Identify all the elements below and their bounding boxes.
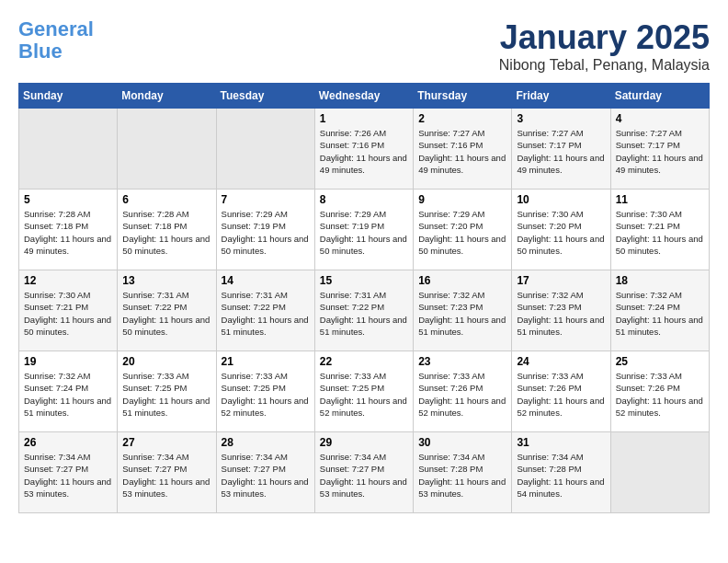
calendar-cell: 18Sunrise: 7:32 AMSunset: 7:24 PMDayligh… (610, 270, 709, 351)
day-number: 4 (616, 112, 704, 125)
day-number: 16 (418, 274, 506, 287)
day-number: 9 (418, 193, 506, 206)
day-number: 10 (517, 193, 605, 206)
calendar-cell: 26Sunrise: 7:34 AMSunset: 7:27 PMDayligh… (19, 432, 118, 513)
calendar-cell: 20Sunrise: 7:33 AMSunset: 7:25 PMDayligh… (118, 351, 216, 432)
day-details: Sunrise: 7:34 AMSunset: 7:28 PMDaylight:… (418, 451, 506, 500)
day-number: 28 (222, 436, 310, 449)
calendar-cell: 19Sunrise: 7:32 AMSunset: 7:24 PMDayligh… (19, 351, 118, 432)
calendar-cell: 22Sunrise: 7:33 AMSunset: 7:25 PMDayligh… (314, 351, 413, 432)
day-details: Sunrise: 7:34 AMSunset: 7:27 PMDaylight:… (320, 451, 408, 500)
day-details: Sunrise: 7:32 AMSunset: 7:23 PMDaylight:… (517, 289, 605, 338)
day-number: 12 (24, 274, 112, 287)
calendar-cell (610, 432, 709, 513)
calendar-table: SundayMondayTuesdayWednesdayThursdayFrid… (18, 83, 710, 513)
day-details: Sunrise: 7:33 AMSunset: 7:25 PMDaylight:… (320, 370, 408, 419)
day-details: Sunrise: 7:28 AMSunset: 7:18 PMDaylight:… (122, 208, 210, 257)
day-number: 25 (616, 355, 704, 368)
day-details: Sunrise: 7:27 AMSunset: 7:16 PMDaylight:… (418, 127, 506, 176)
column-header-saturday: Saturday (610, 84, 709, 109)
calendar-cell: 12Sunrise: 7:30 AMSunset: 7:21 PMDayligh… (19, 270, 118, 351)
day-details: Sunrise: 7:33 AMSunset: 7:26 PMDaylight:… (616, 370, 704, 419)
day-details: Sunrise: 7:30 AMSunset: 7:21 PMDaylight:… (616, 208, 704, 257)
calendar-week-row: 12Sunrise: 7:30 AMSunset: 7:21 PMDayligh… (19, 270, 710, 351)
day-details: Sunrise: 7:34 AMSunset: 7:27 PMDaylight:… (24, 451, 112, 500)
column-header-thursday: Thursday (414, 84, 512, 109)
calendar-cell: 29Sunrise: 7:34 AMSunset: 7:27 PMDayligh… (314, 432, 413, 513)
day-number: 3 (517, 112, 605, 125)
logo-blue: Blue (18, 40, 63, 63)
column-header-friday: Friday (512, 84, 610, 109)
page-header: General Blue January 2025 Nibong Tebal, … (18, 18, 710, 74)
day-details: Sunrise: 7:26 AMSunset: 7:16 PMDaylight:… (320, 127, 408, 176)
calendar-cell: 30Sunrise: 7:34 AMSunset: 7:28 PMDayligh… (414, 432, 512, 513)
day-number: 11 (616, 193, 704, 206)
calendar-week-row: 19Sunrise: 7:32 AMSunset: 7:24 PMDayligh… (19, 351, 710, 432)
column-header-sunday: Sunday (19, 84, 118, 109)
day-details: Sunrise: 7:31 AMSunset: 7:22 PMDaylight:… (320, 289, 408, 338)
day-details: Sunrise: 7:33 AMSunset: 7:26 PMDaylight:… (517, 370, 605, 419)
calendar-cell: 13Sunrise: 7:31 AMSunset: 7:22 PMDayligh… (118, 270, 216, 351)
logo: General Blue (18, 18, 94, 63)
calendar-cell (118, 109, 216, 190)
day-details: Sunrise: 7:27 AMSunset: 7:17 PMDaylight:… (517, 127, 605, 176)
calendar-cell: 24Sunrise: 7:33 AMSunset: 7:26 PMDayligh… (512, 351, 610, 432)
day-details: Sunrise: 7:29 AMSunset: 7:20 PMDaylight:… (418, 208, 506, 257)
calendar-cell: 17Sunrise: 7:32 AMSunset: 7:23 PMDayligh… (512, 270, 610, 351)
day-number: 15 (320, 274, 408, 287)
calendar-title: January 2025 (499, 18, 710, 57)
day-number: 13 (122, 274, 210, 287)
day-details: Sunrise: 7:31 AMSunset: 7:22 PMDaylight:… (222, 289, 310, 338)
day-number: 20 (122, 355, 210, 368)
day-details: Sunrise: 7:32 AMSunset: 7:24 PMDaylight:… (616, 289, 704, 338)
day-details: Sunrise: 7:33 AMSunset: 7:26 PMDaylight:… (418, 370, 506, 419)
calendar-cell: 1Sunrise: 7:26 AMSunset: 7:16 PMDaylight… (314, 109, 413, 190)
calendar-cell: 9Sunrise: 7:29 AMSunset: 7:20 PMDaylight… (414, 190, 512, 270)
day-number: 14 (222, 274, 310, 287)
calendar-cell: 4Sunrise: 7:27 AMSunset: 7:17 PMDaylight… (610, 109, 709, 190)
calendar-cell: 31Sunrise: 7:34 AMSunset: 7:28 PMDayligh… (512, 432, 610, 513)
calendar-body: 1Sunrise: 7:26 AMSunset: 7:16 PMDaylight… (19, 109, 710, 513)
calendar-cell: 21Sunrise: 7:33 AMSunset: 7:25 PMDayligh… (216, 351, 314, 432)
day-number: 23 (418, 355, 506, 368)
calendar-cell: 10Sunrise: 7:30 AMSunset: 7:20 PMDayligh… (512, 190, 610, 270)
calendar-week-row: 1Sunrise: 7:26 AMSunset: 7:16 PMDaylight… (19, 109, 710, 190)
day-number: 7 (222, 193, 310, 206)
title-block: January 2025 Nibong Tebal, Penang, Malay… (499, 18, 710, 74)
calendar-cell (216, 109, 314, 190)
calendar-cell: 23Sunrise: 7:33 AMSunset: 7:26 PMDayligh… (414, 351, 512, 432)
column-header-tuesday: Tuesday (216, 84, 314, 109)
calendar-week-row: 5Sunrise: 7:28 AMSunset: 7:18 PMDaylight… (19, 190, 710, 270)
day-details: Sunrise: 7:34 AMSunset: 7:28 PMDaylight:… (517, 451, 605, 500)
day-details: Sunrise: 7:29 AMSunset: 7:19 PMDaylight:… (320, 208, 408, 257)
day-number: 18 (616, 274, 704, 287)
day-details: Sunrise: 7:30 AMSunset: 7:20 PMDaylight:… (517, 208, 605, 257)
calendar-cell: 25Sunrise: 7:33 AMSunset: 7:26 PMDayligh… (610, 351, 709, 432)
day-details: Sunrise: 7:29 AMSunset: 7:19 PMDaylight:… (222, 208, 310, 257)
day-number: 27 (122, 436, 210, 449)
day-details: Sunrise: 7:32 AMSunset: 7:24 PMDaylight:… (24, 370, 112, 419)
calendar-cell: 11Sunrise: 7:30 AMSunset: 7:21 PMDayligh… (610, 190, 709, 270)
calendar-location: Nibong Tebal, Penang, Malaysia (499, 57, 710, 74)
logo-general: General (18, 17, 94, 40)
day-number: 31 (517, 436, 605, 449)
calendar-cell: 14Sunrise: 7:31 AMSunset: 7:22 PMDayligh… (216, 270, 314, 351)
day-number: 21 (222, 355, 310, 368)
calendar-cell: 28Sunrise: 7:34 AMSunset: 7:27 PMDayligh… (216, 432, 314, 513)
calendar-cell: 6Sunrise: 7:28 AMSunset: 7:18 PMDaylight… (118, 190, 216, 270)
calendar-cell: 3Sunrise: 7:27 AMSunset: 7:17 PMDaylight… (512, 109, 610, 190)
calendar-header-row: SundayMondayTuesdayWednesdayThursdayFrid… (19, 84, 710, 109)
day-number: 1 (320, 112, 408, 125)
day-number: 17 (517, 274, 605, 287)
day-number: 19 (24, 355, 112, 368)
day-number: 8 (320, 193, 408, 206)
calendar-cell: 15Sunrise: 7:31 AMSunset: 7:22 PMDayligh… (314, 270, 413, 351)
calendar-cell: 2Sunrise: 7:27 AMSunset: 7:16 PMDaylight… (414, 109, 512, 190)
logo-text: General Blue (18, 18, 94, 63)
day-details: Sunrise: 7:31 AMSunset: 7:22 PMDaylight:… (122, 289, 210, 338)
column-header-wednesday: Wednesday (314, 84, 413, 109)
day-details: Sunrise: 7:32 AMSunset: 7:23 PMDaylight:… (418, 289, 506, 338)
day-details: Sunrise: 7:30 AMSunset: 7:21 PMDaylight:… (24, 289, 112, 338)
calendar-cell: 8Sunrise: 7:29 AMSunset: 7:19 PMDaylight… (314, 190, 413, 270)
day-details: Sunrise: 7:28 AMSunset: 7:18 PMDaylight:… (24, 208, 112, 257)
